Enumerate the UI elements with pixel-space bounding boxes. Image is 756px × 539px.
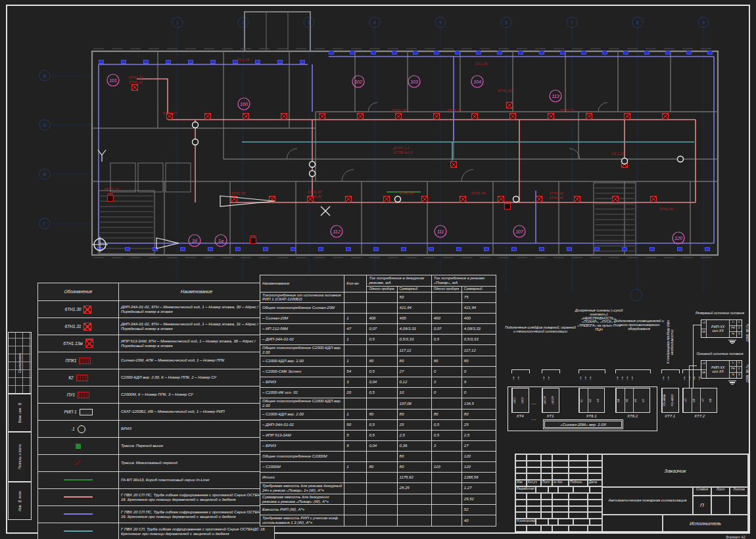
revision-row (515, 454, 602, 461)
magnetic-contact (623, 248, 627, 251)
revision-cell (541, 500, 552, 506)
cell-fire-one: 0,07 (431, 324, 461, 335)
revision-row (515, 473, 602, 480)
brace (615, 369, 651, 373)
room-number: 113 (552, 94, 559, 99)
cell-standby-one: 80 (367, 356, 397, 367)
magnetic-contact (189, 60, 193, 64)
magnetic-contact (126, 248, 130, 251)
cell-standby-total: 50 (397, 292, 431, 303)
magnetic-contact (687, 51, 692, 55)
frame-side-strip: СогласованоВзам. инв. №Подпись и датаИнв… (8, 332, 32, 531)
smoke-detector (132, 85, 138, 91)
cell-name: – С2000-ИК исп. 02 (260, 388, 344, 398)
side-strip-section: Подпись и дата (8, 432, 32, 482)
revision-cell (569, 454, 588, 461)
cell-standby-one: 80 (367, 409, 397, 419)
revision-cell (541, 506, 552, 513)
psu-numbers: 123 (736, 320, 741, 337)
subheader: Суммарный (461, 286, 496, 292)
legend-symbol-icon (75, 460, 82, 466)
cell-fire-one (431, 451, 461, 461)
terminal-cell: К3 (596, 388, 604, 412)
legend-symbol-cell (38, 455, 119, 472)
cell-standby-total: 80 (397, 409, 431, 419)
revision-cell (590, 519, 602, 525)
ellipsis: … (531, 400, 536, 406)
revision-row (515, 506, 602, 513)
legend-text: СКАТ-1200Б2, ИБ – Мнемонический код, 1 –… (119, 404, 275, 421)
col-qty: Кол-во (344, 275, 367, 293)
isolator-circle (678, 156, 684, 162)
legend-symbol-icon (83, 306, 91, 314)
brace (661, 369, 680, 373)
revision-row (515, 461, 602, 467)
revision-cell (588, 454, 602, 461)
smoke-detector (434, 114, 440, 120)
caption-sounders: Подключение оповещателей и иного противо… (613, 319, 665, 331)
terminal-cell: ШС2 (521, 388, 529, 412)
room-number: 102 (354, 80, 362, 84)
terminal-cell: К1 (579, 388, 588, 412)
terminal-cell: 0В (692, 388, 700, 412)
magnetic-contact (300, 60, 305, 64)
room-number: 112 (333, 229, 340, 234)
legend-row: .1БРИЗ (38, 421, 275, 438)
legend-table: ОбозначениеНаименование6ТН1.30ДИП-34А-01… (37, 283, 275, 539)
magnetic-contact (429, 248, 434, 251)
cell-name: – БРИЗ (260, 440, 344, 451)
cell-fire-one (431, 398, 461, 410)
grid-axis-letter: Г (43, 222, 46, 226)
terminal-group: К4К5К6К7 (615, 388, 650, 413)
revision-cell (588, 461, 602, 467)
consumption-table: НаименованиеКол-воТок потребления в дежу… (260, 275, 496, 527)
smoke-detector (586, 114, 592, 120)
cell-name: Токопотребление от источника питания РИП… (260, 292, 344, 303)
ground-symbol (728, 339, 736, 344)
consumption-row: Требуемая емкость для режима дежурный 24… (260, 482, 496, 494)
room-number: 107 (515, 229, 524, 234)
cell-name: Общее токопотребление С2000-КДЛ вер. 2.0… (260, 345, 344, 356)
revision-cell (552, 500, 569, 506)
revision-cell (515, 467, 527, 474)
room-number: 111 (437, 229, 444, 234)
revision-cell (527, 493, 541, 500)
revision-cell (515, 473, 527, 480)
device-label: 6ТН1.40 (659, 207, 674, 211)
cell-qty (344, 505, 367, 515)
legend-text: БРИЗ (119, 421, 275, 438)
terminal-group: К1К2К3 (579, 388, 605, 413)
magnetic-contact (678, 248, 682, 251)
psu-terminals: LPEN (729, 361, 736, 378)
revision-cell (548, 486, 558, 493)
smoke-detector (396, 114, 402, 120)
cell-standby-one (367, 303, 397, 314)
cell-qty: 54 (344, 367, 367, 377)
legend-row: 6ТН1.31ДИП-34А-01-02, 6ТН – Мнемонически… (38, 318, 275, 335)
revision-cell (515, 461, 527, 467)
magnetic-contact (99, 60, 104, 64)
legend-text: Трасса: Переход выше (119, 438, 275, 455)
cell-standby-total: 1176,92 (397, 472, 431, 482)
cell-qty: 1 (344, 461, 367, 472)
grid-axis-number: 8 (636, 20, 639, 25)
smoke-detector (613, 197, 619, 202)
smoke-detector (460, 197, 466, 202)
psu-title: Основной источник питания (694, 352, 745, 356)
cell-standby-total: 107,06 (397, 398, 431, 410)
revision-cell (541, 493, 552, 500)
legend-text: Г ПВХ 20 СП ПС, Труба гибкая гофрированн… (119, 489, 275, 506)
magnetic-contact (512, 248, 517, 251)
cell-fire-total: 1268,56 (461, 472, 496, 482)
revision-cell (569, 467, 588, 474)
cell-fire-one (431, 292, 461, 303)
terminal-group: ШС1ШС2 (511, 388, 529, 413)
psu-name: РИП-ХХ исп.ХХ (707, 320, 729, 337)
revision-cell (569, 473, 588, 480)
device-label: 6ТН1.48 (308, 190, 322, 194)
consumption-row: – С2000М18080120120 (260, 461, 496, 472)
cell-fire-one: 120 (431, 461, 461, 472)
cell-fire-total: 29,52 (461, 494, 496, 505)
cell-standby-total: 117,12 (397, 345, 431, 356)
cell-name: – С2000-КДЛ вер. 2.00 (260, 356, 344, 367)
